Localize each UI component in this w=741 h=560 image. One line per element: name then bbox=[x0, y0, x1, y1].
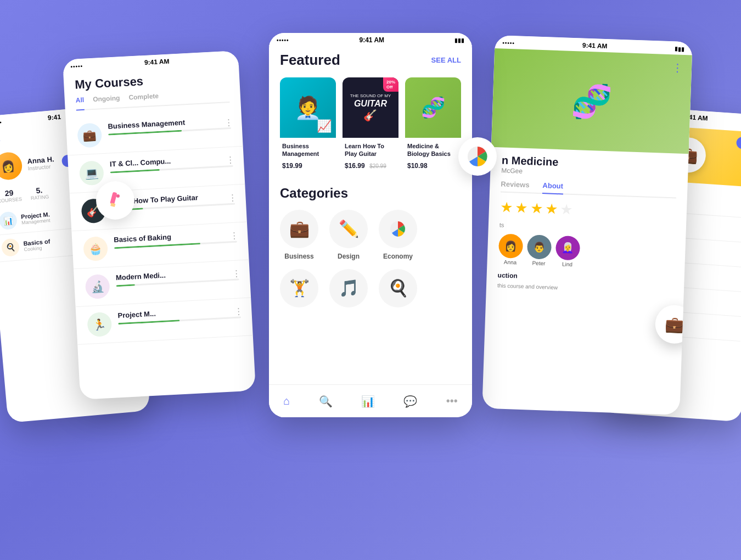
progress-fill-it bbox=[110, 169, 160, 173]
time-right: 9:41 AM bbox=[582, 41, 608, 50]
student-name-lind: Lind bbox=[562, 261, 572, 267]
nav-chart-icon[interactable]: 📊 bbox=[361, 395, 375, 408]
card-guitar[interactable]: THE SOUND OF MY GUITAR 🎸 20%Off Learn Ho… bbox=[343, 77, 398, 175]
course-info-cooking: Basics of Cooking bbox=[23, 238, 51, 252]
medicine-detail-screen: ••••• 9:41 AM ▮▮▮ 🧬 ⋮ n Medicine McGee R… bbox=[482, 35, 693, 415]
profile-info: Anna H. Instructor bbox=[27, 155, 55, 171]
student-lind: 👩‍🦳 Lind bbox=[555, 236, 580, 268]
course-info-business: Business Management bbox=[108, 116, 231, 136]
see-all-button[interactable]: SEE ALL bbox=[431, 56, 461, 64]
tab-reviews[interactable]: Reviews bbox=[501, 180, 530, 192]
detail-tabs: Reviews About bbox=[501, 180, 677, 198]
detail-content: n Medicine McGee Reviews About ★ ★ ★ ★ ★… bbox=[486, 147, 689, 296]
course-icon-project: 📊 bbox=[0, 211, 18, 231]
svg-point-2 bbox=[116, 194, 120, 198]
category-economy[interactable]: Economy bbox=[379, 210, 417, 260]
nav-more-icon[interactable]: ••• bbox=[446, 395, 458, 407]
category-extra-1[interactable]: 🏋️ bbox=[280, 269, 318, 307]
category-extra-2[interactable]: 🎵 bbox=[329, 269, 368, 307]
card-medicine[interactable]: 🧬 Medicine & Biology Basics $10.98 bbox=[405, 77, 461, 175]
more-dots-proj[interactable]: ⋮ bbox=[234, 306, 243, 317]
tab-complete[interactable]: Complete bbox=[128, 92, 159, 104]
nav-search-icon[interactable]: 🔍 bbox=[319, 395, 333, 408]
student-anna: 👩 Anna bbox=[498, 233, 523, 266]
detail-banner: 🧬 ⋮ bbox=[491, 48, 692, 154]
my-courses-screen: ••••• 9:41 AM My Courses All Ongoing Com… bbox=[63, 51, 256, 400]
card-business[interactable]: 🧑‍💼 📈 Business Management $19.99 bbox=[280, 77, 336, 175]
signal-dots: ••••• bbox=[0, 119, 2, 126]
featured-header: Featured SEE ALL bbox=[280, 52, 461, 69]
card-name-business: Business Management bbox=[282, 142, 334, 158]
tab-about[interactable]: About bbox=[542, 181, 563, 194]
category-business[interactable]: 💼 Business bbox=[280, 210, 318, 260]
student-avatar-peter: 👨 bbox=[527, 234, 552, 260]
featured-title: Featured bbox=[280, 52, 340, 69]
category-label-design: Design bbox=[338, 253, 360, 260]
more-dots-guitar[interactable]: ⋮ bbox=[228, 193, 237, 204]
card-price-business: $19.99 bbox=[282, 162, 302, 170]
card-name-medicine: Medicine & Biology Basics bbox=[407, 142, 459, 158]
medicine-figure: 🧬 bbox=[421, 96, 446, 119]
card-info-business: Business Management $19.99 bbox=[280, 138, 336, 175]
course-icon-cooking: 🍳 bbox=[1, 238, 20, 257]
stat-label-rating: RATING bbox=[30, 194, 49, 201]
stat-courses: 29 COURSES bbox=[0, 188, 22, 204]
stars-row: ★ ★ ★ ★ ★ bbox=[499, 199, 676, 222]
more-dots-business[interactable]: ⋮ bbox=[224, 117, 233, 128]
progress-fill-proj bbox=[118, 320, 179, 324]
star-2: ★ bbox=[515, 199, 528, 216]
detail-more-dots[interactable]: ⋮ bbox=[672, 61, 683, 75]
rank-badge-1: 1 bbox=[736, 137, 741, 149]
battery-center: ▮▮▮ bbox=[454, 37, 464, 43]
tab-ongoing[interactable]: Ongoing bbox=[93, 94, 120, 105]
category-extra-3[interactable]: 🍳 bbox=[379, 269, 417, 307]
stat-label-courses: COURSES bbox=[0, 197, 22, 204]
category-design[interactable]: ✏️ Design bbox=[329, 210, 368, 260]
category-circle-economy bbox=[379, 210, 417, 248]
svg-rect-0 bbox=[110, 192, 117, 204]
featured-screen: ••••• 9:41 AM ▮▮▮ Featured SEE ALL 🧑‍💼 📈… bbox=[269, 33, 472, 417]
course-info-proj: Project M... bbox=[117, 305, 241, 324]
category-icons: 💼 Business ✏️ Design bbox=[280, 210, 461, 260]
course-icon-baking: 🧁 bbox=[83, 236, 108, 261]
nav-home-icon[interactable]: ⌂ bbox=[283, 395, 290, 407]
category-circle-extra1: 🏋️ bbox=[280, 269, 318, 307]
floating-pencil-icon bbox=[96, 181, 134, 220]
signal-dots-left: ••••• bbox=[70, 63, 83, 69]
status-time: 9:41 bbox=[47, 113, 61, 122]
card-img-guitar: THE SOUND OF MY GUITAR 🎸 20%Off bbox=[343, 77, 398, 138]
time-center: 9:41 AM bbox=[359, 36, 384, 44]
tab-all[interactable]: All bbox=[76, 96, 85, 111]
card-name-guitar: Learn How To Play Guitar bbox=[345, 142, 396, 158]
pencil-svg bbox=[105, 191, 125, 210]
course-info-baking: Basics of Baking bbox=[114, 229, 237, 249]
guitar-text: THE SOUND OF MY GUITAR 🎸 bbox=[346, 89, 396, 127]
status-bar-center: ••••• 9:41 AM ▮▮▮ bbox=[269, 33, 472, 46]
nav-chat-icon[interactable]: 💬 bbox=[403, 395, 417, 408]
floating-piechart-icon bbox=[458, 137, 497, 176]
progress-fill-medicine bbox=[116, 284, 135, 287]
student-avatar-lind: 👩‍🦳 bbox=[555, 236, 581, 261]
center-content: Featured SEE ALL 🧑‍💼 📈 Business Manageme… bbox=[269, 46, 472, 370]
category-circle-extra3: 🍳 bbox=[379, 269, 417, 307]
battery-right: ▮▮▮ bbox=[675, 46, 684, 52]
more-dots-baking[interactable]: ⋮ bbox=[230, 230, 239, 241]
more-dots-it[interactable]: ⋮ bbox=[226, 155, 235, 166]
signal-right: ••••• bbox=[502, 40, 515, 46]
categories-title: Categories bbox=[280, 186, 461, 201]
course-icon-proj: 🏃 bbox=[87, 312, 112, 337]
course-info-it: IT & Cl... Compu... bbox=[110, 154, 233, 173]
card-img-medicine: 🧬 bbox=[405, 77, 461, 138]
more-dots-medicine[interactable]: ⋮ bbox=[232, 268, 241, 279]
star-empty: ★ bbox=[560, 201, 573, 218]
course-info-project: Project M. Management bbox=[21, 211, 50, 225]
category-circle-extra2: 🎵 bbox=[329, 269, 368, 307]
star-3: ★ bbox=[530, 200, 543, 217]
course-icon-it: 💻 bbox=[79, 160, 104, 186]
card-img-business: 🧑‍💼 📈 bbox=[280, 77, 336, 138]
progress-fill-business bbox=[108, 130, 182, 136]
signal-center: ••••• bbox=[277, 37, 289, 43]
student-peter: 👨 Peter bbox=[526, 234, 552, 267]
star-4: ★ bbox=[545, 200, 558, 217]
star-1: ★ bbox=[500, 199, 513, 216]
